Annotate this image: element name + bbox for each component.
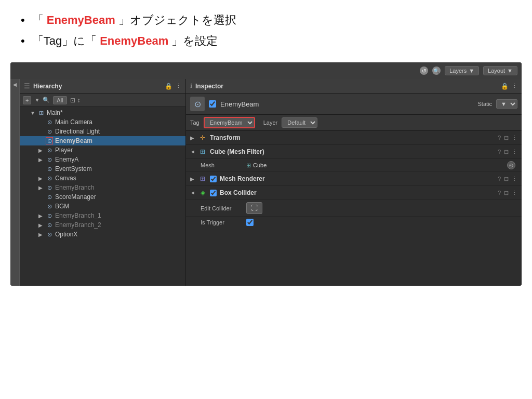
tree-icon-enemybranch: ⊙ — [46, 184, 53, 191]
tree-arrow-main: ▼ — [30, 110, 35, 116]
highlight-enemybeam-2: EnemyBeam — [100, 34, 168, 48]
tree-icon-canvas: ⊙ — [46, 175, 53, 182]
hierarchy-lock-icon[interactable]: 🔒 — [165, 83, 172, 90]
box-collider-icon: ◈ — [198, 189, 207, 197]
mesh-renderer-help-icon[interactable]: ? — [498, 176, 501, 182]
mesh-renderer-checkbox[interactable] — [210, 176, 217, 182]
search-small-icon: 🔍 — [43, 97, 50, 103]
hierarchy-search[interactable]: All — [53, 96, 66, 104]
tree-item-bgm[interactable]: ⊙ BGM — [20, 202, 185, 211]
mesh-filter-menu-icon[interactable]: ⋮ — [512, 149, 517, 155]
hierarchy-panel: ☰ Hierarchy 🔒 ⋮ + ▼ 🔍 All ⊡ ↕ ▼ ⊞ — [20, 79, 186, 286]
transform-help-icon[interactable]: ? — [498, 135, 501, 141]
inspector-info-icon: ℹ — [190, 83, 192, 89]
tree-icon-main: ⊞ — [37, 109, 45, 116]
tree-arrow-enemya: ▶ — [38, 157, 44, 163]
instructions-section: 「EnemyBeam」オブジェクトを選択 「Tag」に「EnemyBeam」を設… — [0, 0, 532, 62]
component-mesh-renderer[interactable]: ▶ ⊞ Mesh Renderer ? ⊟ ⋮ — [186, 172, 522, 186]
mesh-filter-settings-icon[interactable]: ⊟ — [504, 149, 509, 155]
component-mesh-filter[interactable]: ▼ ⊞ Cube (Mesh Filter) ? ⊟ ⋮ — [186, 145, 522, 159]
tree-item-enemybranch[interactable]: ▶ ⊙ EnemyBranch — [20, 183, 185, 192]
tree-item-enemybranch1[interactable]: ▶ ⊙ EnemyBranch_1 — [20, 211, 185, 220]
inspector-panel: ℹ Inspector 🔒 ⋮ ⊙ EnemyBeam Static ▼ Tag… — [186, 79, 522, 286]
tree-item-scoremanager[interactable]: ⊙ ScoreManager — [20, 192, 185, 202]
mesh-renderer-arrow: ▶ — [190, 176, 195, 182]
box-collider-settings-icon[interactable]: ⊟ — [504, 190, 509, 196]
tree-icon-camera: ⊙ — [46, 118, 53, 126]
tree-item-directional-light[interactable]: ⊙ Directional Light — [20, 127, 185, 136]
edit-collider-button[interactable]: ⛶ — [246, 202, 262, 214]
static-dropdown[interactable]: ▼ — [496, 99, 517, 109]
object-active-checkbox[interactable] — [209, 100, 216, 108]
tree-item-enemybranch2[interactable]: ▶ ⊙ EnemyBranch_2 — [20, 220, 185, 230]
object-name[interactable]: EnemyBeam — [220, 100, 473, 108]
box-collider-arrow: ▼ — [190, 190, 196, 195]
mesh-filter-actions: ? ⊟ ⋮ — [498, 149, 517, 155]
hierarchy-icon: ☰ — [24, 82, 30, 90]
mesh-renderer-actions: ? ⊟ ⋮ — [498, 176, 517, 182]
hierarchy-title: Hierarchy — [33, 83, 162, 90]
transform-arrow: ▶ — [190, 135, 195, 141]
edit-collider-row: Edit Collider ⛶ — [186, 200, 522, 217]
dropdown-arrow-icon: ▼ — [34, 97, 39, 103]
tag-dropdown[interactable]: EnemyBeam — [204, 117, 255, 128]
tree-item-main-camera[interactable]: ⊙ Main Camera — [20, 117, 185, 127]
object-cube-icon: ⊙ — [190, 97, 205, 111]
mesh-renderer-menu-icon[interactable]: ⋮ — [512, 176, 517, 182]
hierarchy-filter-icon[interactable]: ⊡ — [70, 97, 75, 104]
box-collider-menu-icon[interactable]: ⋮ — [512, 190, 517, 196]
hierarchy-menu-icon[interactable]: ⋮ — [176, 83, 181, 89]
transform-settings-icon[interactable]: ⊟ — [504, 135, 509, 141]
tree-item-enemybeam[interactable]: ⊙ EnemyBeam — [20, 136, 185, 145]
box-collider-actions: ? ⊟ ⋮ — [498, 190, 517, 196]
mesh-renderer-settings-icon[interactable]: ⊟ — [504, 176, 509, 182]
unity-panels: ◄ ☰ Hierarchy 🔒 ⋮ + ▼ 🔍 All ⊡ ↕ — [10, 79, 522, 286]
tree-arrow-optionx: ▶ — [38, 232, 44, 237]
mesh-grid-icon: ⊞ — [246, 162, 251, 169]
tree-item-main[interactable]: ▼ ⊞ Main* — [20, 108, 185, 117]
left-accent-bar: ◄ — [10, 79, 20, 286]
instruction-2: 「Tag」に「EnemyBeam」を設定 — [21, 33, 511, 49]
tree-icon-dirlight: ⊙ — [46, 128, 53, 135]
tree-icon-enemybeam: ⊙ — [46, 137, 53, 144]
tree-arrow-canvas: ▶ — [38, 176, 44, 181]
hierarchy-sort-icon[interactable]: ↕ — [77, 97, 81, 104]
unity-toolbar: ↺ 🔍 Layers ▼ Layout ▼ — [10, 62, 522, 79]
transform-icon: ✛ — [198, 134, 207, 142]
box-collider-checkbox[interactable] — [210, 190, 217, 196]
tree-icon-bgm: ⊙ — [46, 203, 53, 210]
layer-dropdown[interactable]: Default — [282, 117, 317, 128]
transform-menu-icon[interactable]: ⋮ — [512, 135, 517, 141]
tag-layer-row: Tag EnemyBeam Layer Default — [186, 115, 522, 131]
box-collider-help-icon[interactable]: ? — [498, 190, 501, 196]
tree-arrow-player: ▶ — [38, 148, 44, 153]
layout-dropdown-arrow: ▼ — [507, 68, 513, 74]
inspector-lock-icon[interactable]: 🔒 — [501, 83, 509, 90]
hierarchy-header: ☰ Hierarchy 🔒 ⋮ — [20, 79, 185, 94]
history-icon[interactable]: ↺ — [420, 66, 428, 75]
layout-button[interactable]: Layout ▼ — [483, 66, 517, 75]
mesh-filter-help-icon[interactable]: ? — [498, 149, 501, 155]
instruction-1: 「EnemyBeam」オブジェクトを選択 — [21, 12, 511, 28]
tree-item-eventsystem[interactable]: ⊙ EventSystem — [20, 164, 185, 174]
tree-item-player[interactable]: ▶ ⊙ Player — [20, 145, 185, 155]
layers-dropdown-arrow: ▼ — [469, 68, 474, 74]
inspector-object-row: ⊙ EnemyBeam Static ▼ — [186, 94, 522, 115]
component-transform[interactable]: ▶ ✛ Transform ? ⊟ ⋮ — [186, 131, 522, 145]
layer-label: Layer — [263, 119, 278, 126]
tree-item-canvas[interactable]: ▶ ⊙ Canvas — [20, 174, 185, 183]
inspector-header: ℹ Inspector 🔒 ⋮ — [186, 79, 522, 94]
inspector-menu-icon[interactable]: ⋮ — [512, 83, 517, 89]
tree-item-enemya[interactable]: ▶ ⊙ EnemyA — [20, 155, 185, 164]
is-trigger-checkbox[interactable] — [246, 219, 254, 226]
hierarchy-toolbar: + ▼ 🔍 All ⊡ ↕ — [20, 94, 185, 107]
tree-arrow-enemybranch: ▶ — [38, 185, 44, 191]
tree-arrow-enemybranch1: ▶ — [38, 213, 44, 219]
tree-item-optionx[interactable]: ▶ ⊙ OptionX — [20, 230, 185, 239]
component-box-collider[interactable]: ▼ ◈ Box Collider ? ⊟ ⋮ — [186, 186, 522, 200]
search-icon[interactable]: 🔍 — [432, 66, 441, 75]
add-hierarchy-button[interactable]: + — [23, 96, 31, 104]
mesh-filter-arrow: ▼ — [190, 149, 196, 154]
layers-button[interactable]: Layers ▼ — [445, 66, 479, 75]
mesh-select-button[interactable]: ◎ — [507, 161, 515, 169]
